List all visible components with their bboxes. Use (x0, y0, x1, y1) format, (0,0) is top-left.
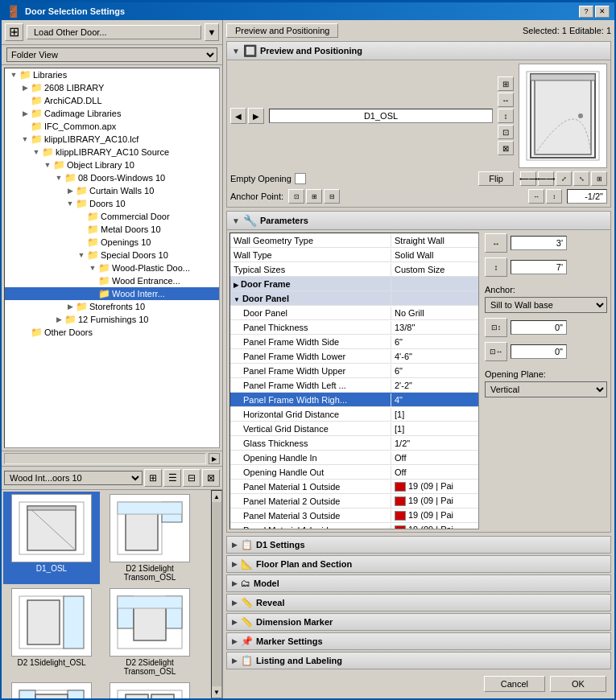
tree-node-furnishings[interactable]: ▶ 📁 12 Furnishings 10 (5, 313, 219, 326)
pos-icon-4[interactable]: ⤡ (573, 171, 589, 186)
help-button[interactable]: ? (579, 6, 593, 18)
param-row-door-panel-section[interactable]: ▼Door Panel (230, 291, 478, 306)
param-row-glass-thickness[interactable]: Glass Thickness 1/2" (230, 436, 478, 451)
tree-node-2608[interactable]: ▶ 📁 2608 LIBRARY (5, 81, 219, 94)
view-icon-button-1[interactable]: ⊞ (144, 469, 162, 487)
offset1-input[interactable] (511, 320, 567, 335)
param-row-mat2-out[interactable]: Panel Material 2 Outside 19 (09 | Pai (230, 494, 478, 509)
opening-plane-select[interactable]: Vertical Horizontal Angled (485, 381, 607, 397)
param-row-door-panel[interactable]: Door Panel No Grill (230, 306, 478, 320)
tree-node-cadimage[interactable]: ▶ 📁 Cadimage Libraries (5, 107, 219, 120)
param-row-panel-thickness[interactable]: Panel Thickness 13/8" (230, 320, 478, 335)
horizontal-scrollbar[interactable] (4, 453, 206, 464)
section-listing-header[interactable]: ▶ 📋 Listing and Labeling (227, 653, 610, 669)
anchor-icon-1[interactable]: ⊡ (288, 189, 304, 204)
scroll-right-button[interactable]: ▶ (209, 453, 220, 464)
tree-node-special-doors[interactable]: ▼ 📁 Special Doors 10 (5, 249, 219, 261)
thumbnail-d2-2sidelight-transom[interactable]: D2 2Sidelight Transom_OSL (101, 586, 198, 678)
flip-button[interactable]: Flip (478, 171, 514, 186)
tree-node-metal-doors[interactable]: 📁 Metal Doors 10 (5, 223, 219, 236)
thumbnail-d2-double-acting[interactable]: D2 Double Acting_OSL (101, 680, 198, 698)
thumb-scroll-down[interactable]: ▼ (212, 686, 221, 698)
close-button[interactable]: ✕ (595, 6, 610, 18)
param-row-frame-lower[interactable]: Panel Frame Width Lower 4'-6" (230, 349, 478, 364)
pos-icon-5[interactable]: ⊞ (591, 171, 607, 186)
library-tree[interactable]: ▼ 📁 Libraries ▶ 📁 2608 LIBRARY 📁 ArchiCA… (4, 68, 220, 448)
pos-icon-2[interactable]: ⟵⟶ (538, 171, 554, 186)
ok-button[interactable]: OK (550, 676, 606, 692)
thumb-scroll-up[interactable]: ▲ (212, 491, 221, 502)
thumbnail-d2-1sidelight[interactable]: D2 1Sidelight_OSL (3, 586, 100, 678)
view-icon-button-4[interactable]: ⊠ (202, 469, 220, 487)
favorites-button[interactable]: Preview and Positioning (226, 23, 338, 38)
thumbnail-d2-2sidelight[interactable]: D2 2Sidelight_OSL (3, 680, 100, 698)
param-row-mat1-out[interactable]: Panel Material 1 Outside 19 (09 | Pai (230, 480, 478, 494)
parameters-section-header[interactable]: ▼ 🔧 Parameters (227, 212, 610, 230)
pos-icon-1[interactable]: ⟵⟶ (520, 171, 536, 186)
tree-node-object-library[interactable]: ▼ 📁 Object Library 10 (5, 159, 219, 171)
dropdown-arrow-button[interactable]: ▼ (205, 23, 219, 41)
tree-node-other-doors[interactable]: 📁 Other Doors (5, 326, 219, 339)
tree-node-doors10[interactable]: ▼ 📁 Doors 10 (5, 197, 219, 210)
tree-node-commercial-door[interactable]: 📁 Commercial Door (5, 210, 219, 223)
wood-doors-select[interactable]: Wood Int...oors 10 (4, 471, 143, 485)
tree-node-doors-windows[interactable]: ▼ 📁 08 Doors-Windows 10 (5, 171, 219, 184)
param-row-door-frame[interactable]: ▶Door Frame (230, 277, 478, 291)
param-row-wall-geometry[interactable]: Wall Geometry Type Straight Wall (230, 233, 478, 248)
param-row-handle-in[interactable]: Opening Handle In Off (230, 451, 478, 465)
section-floor-plan-header[interactable]: ▶ 📐 Floor Plan and Section (227, 556, 610, 572)
tree-node-curtain-walls[interactable]: ▶ 📁 Curtain Walls 10 (5, 184, 219, 197)
params-table[interactable]: Wall Geometry Type Straight Wall Wall Ty… (229, 233, 479, 529)
anchor-icon-3[interactable]: ⊟ (324, 189, 340, 204)
tree-node-openings[interactable]: 📁 Openings 10 (5, 236, 219, 249)
offset2-input[interactable] (511, 344, 567, 359)
cancel-button[interactable]: Cancel (484, 676, 545, 692)
pos-icon-3[interactable]: ⤢ (556, 171, 572, 186)
icon-btn-1[interactable]: ⊞ (498, 76, 514, 91)
folder-view-select[interactable]: Folder View (6, 47, 217, 62)
grid-icon-button[interactable]: ⊞ (5, 23, 23, 41)
anchor-val-icon-1[interactable]: ↔ (528, 189, 544, 204)
param-row-v-grid[interactable]: Vertical Grid Distance [1] (230, 422, 478, 436)
param-row-wall-type[interactable]: Wall Type Solid Wall (230, 248, 478, 262)
anchor-val-icon-2[interactable]: ↕ (546, 189, 562, 204)
section-model-header[interactable]: ▶ 🗂 Model (227, 575, 610, 591)
param-row-h-grid[interactable]: Horizontal Grid Distance [1] (230, 407, 478, 422)
tree-node-wood-interior[interactable]: 📁 Wood Interr... (5, 287, 219, 300)
param-row-mat3-out[interactable]: Panel Material 3 Outside 19 (09 | Pai (230, 509, 478, 523)
thumbnail-d2-1sidelight-transom[interactable]: D2 1Sidelight Transom_OSL (101, 492, 198, 584)
tree-node-wood-plastic[interactable]: ▼ 📁 Wood-Plastic Doo... (5, 261, 219, 274)
icon-btn-3[interactable]: ↕ (498, 109, 514, 123)
tree-node-wood-entrance[interactable]: 📁 Wood Entrance... (5, 274, 219, 287)
param-row-handle-out[interactable]: Opening Handle Out Off (230, 465, 478, 480)
param-row-typical-sizes[interactable]: Typical Sizes Custom Size (230, 262, 478, 277)
load-other-door-button[interactable]: Load Other Door... (27, 25, 201, 39)
param-row-mat1-in[interactable]: Panel Material 1 Inside 19 (09 | Pai (230, 523, 478, 529)
prev-button[interactable]: ◀ (230, 108, 246, 124)
view-icon-button-2[interactable]: ☰ (163, 469, 181, 487)
preview-section-header[interactable]: ▼ 🔲 Preview and Positioning (227, 42, 610, 60)
empty-opening-checkbox[interactable] (295, 173, 306, 184)
thumbnail-d1-osl[interactable]: D1_OSL (3, 492, 100, 584)
tree-node-storefronts[interactable]: ▶ 📁 Storefronts 10 (5, 300, 219, 313)
anchor-icon-2[interactable]: ⊞ (306, 189, 322, 204)
icon-btn-5[interactable]: ⊠ (498, 141, 514, 155)
param-row-frame-side[interactable]: Panel Frame Width Side 6" (230, 335, 478, 349)
section-dimension-header[interactable]: ▶ 📏 Dimension Marker (227, 614, 610, 630)
section-reveal-header[interactable]: ▶ 📏 Reveal (227, 595, 610, 611)
next-button[interactable]: ▶ (248, 108, 264, 124)
anchor-value-input[interactable] (567, 189, 607, 204)
icon-btn-2[interactable]: ↔ (498, 93, 514, 107)
param-row-frame-upper[interactable]: Panel Frame Width Upper 6" (230, 364, 478, 378)
width-input[interactable] (511, 236, 567, 250)
section-marker-header[interactable]: ▶ 📌 Marker Settings (227, 633, 610, 649)
tree-node-ifc[interactable]: 📁 IFC_Common.apx (5, 120, 219, 133)
view-icon-button-3[interactable]: ⊟ (183, 469, 201, 487)
tree-node-archicad[interactable]: 📁 ArchiCAD.DLL (5, 94, 219, 107)
icon-btn-4[interactable]: ⊡ (498, 125, 514, 139)
tree-node-klipp-source[interactable]: ▼ 📁 klippLIBRARY_AC10 Source (5, 146, 219, 159)
param-row-frame-right[interactable]: Panel Frame Width Righ... 4" (230, 393, 478, 407)
anchor-select[interactable]: Sill to Wall base Center Top Bottom (485, 297, 607, 313)
tree-node-libraries[interactable]: ▼ 📁 Libraries (5, 68, 219, 81)
param-row-frame-left[interactable]: Panel Frame Width Left ... 2'-2" (230, 378, 478, 393)
